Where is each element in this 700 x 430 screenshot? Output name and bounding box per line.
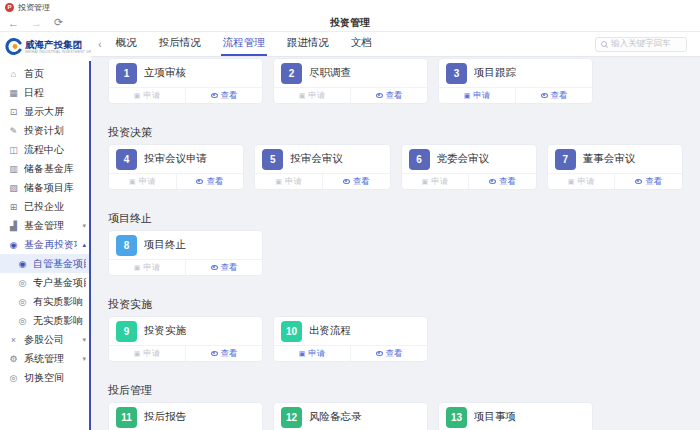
view-button[interactable]: 查看 — [350, 346, 427, 361]
tab-2[interactable]: 流程管理 — [221, 32, 267, 56]
collapse-chevron-icon[interactable]: ‹ — [98, 38, 102, 50]
window-tab-title: 投资管理 — [18, 2, 50, 13]
chevron-down-icon: ▾ — [82, 222, 86, 230]
section-title: 项目终止 — [108, 211, 683, 225]
card-header: 5投审会审议 — [255, 145, 389, 173]
eye-icon — [211, 265, 218, 270]
card-title: 尽职调查 — [309, 66, 351, 80]
sidebar-item-12[interactable]: ◎有实质影响（非专户 — [0, 292, 91, 311]
chevron-down-icon: ▾ — [82, 336, 86, 344]
section-title: 投资决策 — [108, 125, 683, 139]
view-button[interactable]: 查看 — [185, 260, 262, 275]
company-logo: 威海产投集团 WEIHAI INDUSTRIAL INVESTMENT GROU… — [0, 32, 91, 61]
refresh-icon[interactable]: ⟳ — [54, 16, 63, 29]
apply-doc-icon: ▣ — [134, 264, 141, 271]
apply-label: 申请 — [308, 90, 325, 102]
step-number-badge: 13 — [446, 407, 467, 428]
sidebar-item-11[interactable]: ◎专户基金项目 — [0, 273, 91, 292]
card-title: 项目事项 — [474, 410, 516, 424]
search-input[interactable]: 输入关键字回车 — [595, 37, 687, 52]
apply-label: 申请 — [143, 262, 160, 274]
tab-3[interactable]: 跟进情况 — [285, 32, 331, 56]
sidebar-item-3[interactable]: ✎投资计划 — [0, 121, 91, 140]
apply-button: ▣申请 — [109, 346, 185, 361]
chevron-down-icon: ▾ — [82, 355, 86, 363]
apply-doc-icon: ▣ — [275, 178, 282, 185]
sidebar-item-1[interactable]: ▦日程 — [0, 83, 91, 102]
sidebar-item-7[interactable]: ⊞已投企业 — [0, 197, 91, 216]
card-footer: ▣申请查看 — [109, 173, 243, 189]
apply-button[interactable]: ▣申请 — [274, 346, 350, 361]
process-card-11: 11投后报告▣申请查看 — [108, 402, 263, 430]
process-card-5: 5投审会审议▣申请查看 — [254, 144, 390, 190]
sidebar-item-4[interactable]: ◫流程中心 — [0, 140, 91, 159]
card-header: 4投审会议申请 — [109, 145, 243, 173]
view-button[interactable]: 查看 — [468, 174, 536, 189]
card-title: 投资实施 — [144, 324, 186, 338]
sidebar-item-8[interactable]: ▟基金管理▾ — [0, 216, 91, 235]
section-title: 投后管理 — [108, 383, 683, 397]
process-card-12: 12风险备忘录▣申请查看 — [273, 402, 428, 430]
step-number-badge: 5 — [262, 149, 283, 170]
apply-button: ▣申请 — [109, 174, 176, 189]
card-header: 13项目事项 — [439, 403, 592, 430]
step-number-badge: 12 — [281, 407, 302, 428]
apply-label: 申请 — [139, 176, 156, 188]
card-header: 7董事会审议 — [548, 145, 682, 173]
page-title: 投资管理 — [0, 16, 700, 30]
sidebar-item-0[interactable]: ⌂首页 — [0, 64, 91, 83]
process-card-4: 4投审会议申请▣申请查看 — [108, 144, 244, 190]
tab-4[interactable]: 文档 — [349, 32, 374, 56]
view-button[interactable]: 查看 — [176, 174, 244, 189]
sidebar-item-15[interactable]: ⚙系统管理▾ — [0, 349, 91, 368]
card-title: 投后报告 — [144, 410, 186, 424]
process-card-8: 8项目终止▣申请查看 — [108, 230, 263, 276]
sidebar-item-label: 自管基金项目 — [33, 257, 86, 271]
card-title: 董事会审议 — [583, 152, 636, 166]
apply-label: 申请 — [308, 348, 325, 360]
card-row: 1立项审核▣申请查看2尽职调查▣申请查看3项目跟踪▣申请查看 — [108, 58, 683, 104]
view-button[interactable]: 查看 — [185, 88, 262, 103]
sidebar-item-14[interactable]: ×参股公司▾ — [0, 330, 91, 349]
chevron-up-icon: ▴ — [82, 241, 86, 249]
card-footer: ▣申请查看 — [402, 173, 536, 189]
sidebar-item-2[interactable]: ⊡显示大屏 — [0, 102, 91, 121]
card-footer: ▣申请查看 — [274, 87, 427, 103]
process-card-2: 2尽职调查▣申请查看 — [273, 58, 428, 104]
eye-icon — [211, 351, 218, 356]
radio-icon: ◉ — [17, 259, 28, 269]
company-name-en: WEIHAI INDUSTRIAL INVESTMENT GROUP — [25, 50, 53, 52]
sidebar-item-9[interactable]: ◉基金再投资项目▴ — [0, 235, 91, 254]
view-button[interactable]: 查看 — [614, 174, 682, 189]
view-label: 查看 — [386, 90, 403, 102]
view-button[interactable]: 查看 — [185, 346, 262, 361]
sidebar-item-label: 专户基金项目 — [33, 276, 86, 290]
radio-icon: ◎ — [17, 297, 28, 307]
tab-1[interactable]: 投后情况 — [157, 32, 203, 56]
sidebar-item-10[interactable]: ◉自管基金项目 — [0, 254, 91, 273]
radio-icon: ◎ — [17, 278, 28, 288]
sidebar-item-16[interactable]: ◎切换空间 — [0, 368, 91, 387]
view-button[interactable]: 查看 — [515, 88, 592, 103]
card-header: 12风险备忘录 — [274, 403, 427, 430]
view-button[interactable]: 查看 — [322, 174, 390, 189]
back-arrow-icon[interactable]: ← — [8, 17, 19, 29]
app-window: P 投资管理 ← → ⟳ 投资管理 威海产投集团 WEIHAI INDUSTRI… — [0, 0, 700, 430]
view-button[interactable]: 查看 — [350, 88, 427, 103]
step-number-badge: 6 — [409, 149, 430, 170]
process-card-13: 13项目事项▣申请查看 — [438, 402, 593, 430]
sidebar-item-label: 储备基金库 — [24, 162, 86, 176]
card-title: 投审会议申请 — [144, 152, 207, 166]
sidebar-item-6[interactable]: ▧储备项目库 — [0, 178, 91, 197]
project-library-icon: ▧ — [8, 183, 19, 193]
sidebar-item-label: 储备项目库 — [24, 181, 86, 195]
apply-doc-icon: ▣ — [464, 92, 471, 99]
apply-button[interactable]: ▣申请 — [439, 88, 515, 103]
tab-bar: ‹ 概况投后情况流程管理跟进情况文档 输入关键字回车 — [91, 32, 700, 57]
tab-0[interactable]: 概况 — [114, 32, 139, 56]
forward-arrow-icon[interactable]: → — [31, 17, 42, 29]
step-number-badge: 4 — [116, 149, 137, 170]
sidebar-item-5[interactable]: ▥储备基金库 — [0, 159, 91, 178]
eye-icon — [343, 179, 350, 184]
sidebar-item-13[interactable]: ◎无实质影响 — [0, 311, 91, 330]
